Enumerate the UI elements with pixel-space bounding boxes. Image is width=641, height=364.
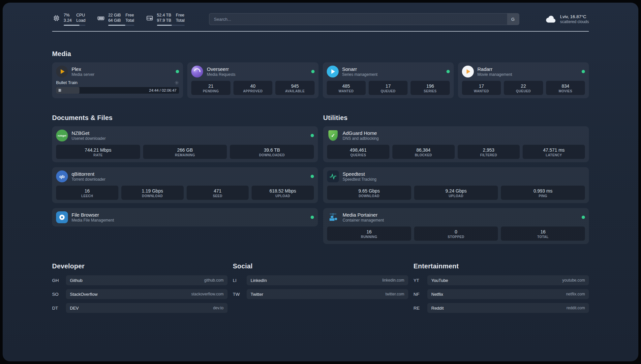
stat-value: 485 <box>328 83 364 89</box>
bookmark-link-reddit[interactable]: Reddit reddit.com <box>427 303 589 313</box>
overseerr-icon <box>191 66 203 77</box>
pause-icon[interactable] <box>59 89 61 92</box>
stat-value: 22 <box>505 83 541 89</box>
bookmark-row: YT YouTube youtube.com <box>413 275 589 285</box>
app-card-nzbget[interactable]: nzbget NZBGet Usenet downloader 744.21 M… <box>52 126 318 162</box>
stat-tile: 498,461 QUERIES <box>327 145 389 159</box>
bookmark-row: TW Twitter twitter.com <box>233 289 408 299</box>
bookmark-name: DEV <box>70 306 79 311</box>
app-subtitle-speedtest: Speedtest Tracking <box>343 177 377 182</box>
app-subtitle-filebrowser: Media File Management <box>72 218 114 223</box>
bookmark-abbr: DT <box>52 306 62 311</box>
cloud-icon <box>545 15 557 24</box>
stat-label: REMAINING <box>144 153 226 157</box>
app-card-filebrowser[interactable]: File Browser Media File Management <box>52 208 318 227</box>
app-card-qbittorrent[interactable]: qb qBittorrent Torrent downloader 16 LEE… <box>52 167 318 203</box>
status-online-dot <box>311 134 314 137</box>
disk-free-value: 52.4 TB <box>157 13 171 18</box>
plex-now-playing: Bullet Train 24:44 / 02:06:47 <box>56 80 179 94</box>
bookmark-row: SO StackOverflow stackoverflow.com <box>52 289 228 299</box>
stat-value: 471 <box>188 188 248 194</box>
bookmark-link-youtube[interactable]: YouTube youtube.com <box>427 275 589 285</box>
topbar: 7% 3.24 CPU Load 22 GiB <box>52 13 589 26</box>
stat-tile: 618.52 Mbps UPLOAD <box>252 186 314 200</box>
stat-label: PING <box>502 194 584 198</box>
bookmark-abbr: SO <box>52 292 62 297</box>
app-name-portainer: Media Portainer <box>343 212 384 218</box>
app-card-radarr[interactable]: Radarr Movie management 17 WANTED 22 QUE… <box>458 62 589 98</box>
stat-label: QUEUED <box>370 89 406 93</box>
cpu-label-1: CPU <box>76 13 85 18</box>
stat-tile: 22 QUEUED <box>504 81 543 95</box>
disk-usage-bar <box>157 25 185 26</box>
bookmark-abbr: LI <box>233 278 243 283</box>
stat-tile: 266 GB REMAINING <box>143 145 227 159</box>
app-card-portainer[interactable]: Media Portainer Container management 16 … <box>323 208 589 244</box>
stat-tile: 1.19 Gbps DOWNLOAD <box>121 186 184 200</box>
stat-value: 945 <box>277 83 313 89</box>
stat-tile: 471 SEED <box>187 186 249 200</box>
app-subtitle-plex: Media server <box>72 72 94 77</box>
settings-gear-icon[interactable] <box>174 80 179 85</box>
bookmark-name: Netflix <box>431 292 443 297</box>
stat-tile: 39.6 TB DOWNLOADED <box>230 145 314 159</box>
app-card-sonarr[interactable]: Sonarr Series management 485 WANTED 17 Q… <box>323 62 454 98</box>
search-engine-button[interactable]: G <box>507 14 519 25</box>
app-card-adguard[interactable]: ✓ AdGuard Home DNS and adblocking 498,46… <box>323 126 589 162</box>
bookmark-link-dev[interactable]: DEV dev.to <box>66 303 228 313</box>
stat-label: STOPPED <box>415 235 497 239</box>
bookmark-link-twitter[interactable]: Twitter twitter.com <box>247 289 408 299</box>
app-name-filebrowser: File Browser <box>72 212 114 218</box>
stat-label: FILTERED <box>459 153 519 157</box>
bookmark-link-netflix[interactable]: Netflix netflix.com <box>427 289 589 299</box>
stat-value: 834 <box>547 83 584 89</box>
stat-tile: 16 RUNNING <box>327 227 411 241</box>
stat-tile: 9.65 Gbps DOWNLOAD <box>327 186 411 200</box>
section-utilities: Utilities ✓ AdGuard Home DNS and adblock… <box>323 114 589 244</box>
stat-tile: 744.21 Mbps RATE <box>56 145 140 159</box>
bookmark-abbr: NF <box>413 292 423 297</box>
bookmark-name: Github <box>70 278 82 283</box>
weather-widget[interactable]: Lviv, 16.87°C scattered clouds <box>545 14 589 24</box>
bookmark-link-stackoverflow[interactable]: StackOverflow stackoverflow.com <box>66 289 228 299</box>
app-name-adguard: AdGuard Home <box>343 130 379 136</box>
bookmark-abbr: TW <box>233 292 243 297</box>
bookmark-name: Twitter <box>251 292 263 297</box>
section-middle: Documents & Files nzbget NZBGet Usenet d… <box>52 114 589 244</box>
dashboard: 7% 3.24 CPU Load 22 GiB <box>3 3 638 361</box>
status-online-dot <box>311 70 315 73</box>
stat-label: RATE <box>57 153 139 157</box>
app-card-overseerr[interactable]: Overseerr Media Requests 21 PENDING 40 A… <box>187 62 318 98</box>
status-online-dot <box>582 216 585 219</box>
app-subtitle-nzbget: Usenet downloader <box>72 136 106 141</box>
app-card-plex[interactable]: Plex Media server Bullet Train <box>52 62 183 98</box>
cpu-usage-value: 7% <box>64 13 72 18</box>
bookmark-abbr: YT <box>413 278 423 283</box>
stat-tile: 47.571 ms LATENCY <box>523 145 585 159</box>
bookmark-link-github[interactable]: Github github.com <box>66 275 228 285</box>
bookmark-name: LinkedIn <box>251 278 267 283</box>
section-bookmarks: Developer GH Github github.com SO StackO… <box>52 262 589 313</box>
memory-label-2: Total <box>125 18 134 23</box>
app-name-nzbget: NZBGet <box>72 130 106 136</box>
search-bar: G <box>209 13 519 25</box>
search-input[interactable] <box>209 13 519 25</box>
stat-label: PENDING <box>193 89 229 93</box>
bookmark-url: linkedin.com <box>382 278 404 283</box>
app-card-speedtest[interactable]: Speedtest Speedtest Tracking 9.65 Gbps D… <box>323 167 589 203</box>
app-name-sonarr: Sonarr <box>342 66 378 72</box>
memory-total-value: 64 GiB <box>108 18 121 23</box>
stat-label: SEED <box>188 194 248 198</box>
bookmark-url: youtube.com <box>562 278 585 283</box>
memory-label-1: Free <box>125 13 134 18</box>
playback-progress-bar[interactable]: 24:44 / 02:06:47 <box>56 87 179 94</box>
topbar-divider <box>52 31 589 32</box>
stat-tile: 0.993 ms PING <box>501 186 585 200</box>
bookmark-link-linkedin[interactable]: LinkedIn linkedin.com <box>247 275 408 285</box>
status-online-dot <box>311 175 314 178</box>
bookmark-name: Reddit <box>431 306 444 311</box>
stat-label: MOVIES <box>547 89 584 93</box>
section-documents: Documents & Files nzbget NZBGet Usenet d… <box>52 114 318 227</box>
bookmark-url: twitter.com <box>385 292 404 296</box>
stat-tile: 40 APPROVED <box>233 81 272 95</box>
